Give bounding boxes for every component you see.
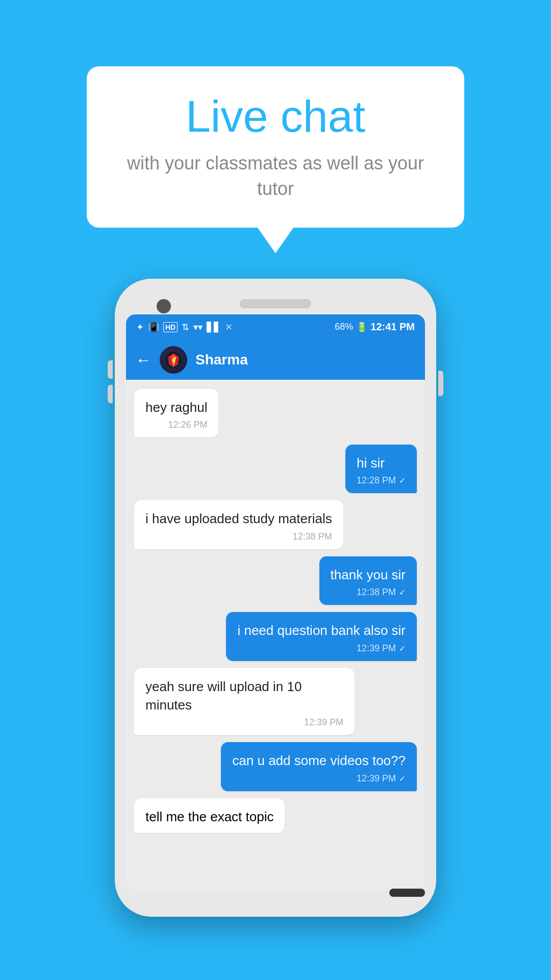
back-button[interactable]: ←	[135, 352, 152, 368]
message-text: yeah sure will upload in 10 minutes	[145, 677, 343, 715]
message-received-6: yeah sure will upload in 10 minutes 12:3…	[134, 668, 355, 736]
message-text: i need question bank also sir	[237, 621, 406, 640]
speech-bubble-card: Live chat with your classmates as well a…	[87, 66, 464, 228]
bluetooth-icon: ✦	[136, 322, 144, 333]
message-sent-7: can u add some videos too?? 12:39 PM ✓	[221, 742, 417, 791]
message-meta: 12:38 PM ✓	[331, 587, 406, 598]
chat-area: hey raghul 12:26 PM hi sir 12:28 PM ✓ i …	[126, 380, 425, 890]
message-text: hi sir	[357, 454, 406, 472]
message-received-3: i have uploaded study materials 12:38 PM	[134, 500, 343, 549]
contact-name: Sharma	[195, 352, 248, 368]
status-icons-left: ✦ 📳 HD ⇅ ▾▾ ▋▋ ✕	[136, 322, 233, 333]
svg-text:S: S	[171, 357, 175, 364]
message-meta: 12:39 PM	[145, 717, 343, 728]
phone-mockup: ✦ 📳 HD ⇅ ▾▾ ▋▋ ✕ 68% 🔋 12:41 PM ←	[115, 279, 436, 917]
message-meta: 12:28 PM ✓	[357, 475, 406, 486]
check-icon: ✓	[399, 774, 406, 783]
message-text: tell me the exact topic	[145, 807, 273, 826]
message-text: thank you sir	[331, 566, 406, 584]
status-icons-right: 68% 🔋 12:41 PM	[335, 321, 415, 333]
bubble-subtitle: with your classmates as well as your tut…	[117, 151, 434, 202]
phone-camera	[157, 299, 171, 313]
check-icon: ✓	[399, 476, 406, 485]
message-text: i have uploaded study materials	[145, 509, 332, 528]
power-button	[438, 371, 443, 396]
phone-home-button[interactable]	[389, 889, 425, 897]
message-time: 12:28 PM	[357, 475, 396, 486]
vibrate-icon: 📳	[148, 322, 159, 333]
status-bar: ✦ 📳 HD ⇅ ▾▾ ▋▋ ✕ 68% 🔋 12:41 PM	[126, 314, 425, 340]
phone-speaker	[240, 299, 311, 308]
phone-screen: ✦ 📳 HD ⇅ ▾▾ ▋▋ ✕ 68% 🔋 12:41 PM ←	[126, 314, 425, 890]
message-text: can u add some videos too??	[232, 751, 406, 770]
avatar: S	[160, 346, 187, 374]
volume-down-button	[108, 385, 113, 403]
check-icon: ✓	[399, 587, 406, 597]
message-meta: 12:26 PM	[145, 420, 207, 430]
message-time: 12:38 PM	[293, 531, 332, 542]
hd-icon: HD	[163, 322, 178, 332]
phone-top	[126, 290, 425, 314]
message-time: 12:26 PM	[168, 420, 207, 430]
message-time: 12:39 PM	[357, 643, 396, 654]
message-sent-2: hi sir 12:28 PM ✓	[345, 445, 417, 493]
message-received-8-partial: tell me the exact topic	[134, 798, 285, 833]
volume-up-button	[108, 360, 113, 379]
message-sent-5: i need question bank also sir 12:39 PM ✓	[226, 612, 417, 660]
wifi-icon: ▾▾	[193, 322, 203, 333]
superman-shield-icon: S	[164, 351, 183, 369]
phone-bottom	[126, 890, 425, 905]
signal-icon: ▋▋	[207, 322, 221, 333]
bubble-title: Live chat	[117, 92, 434, 141]
message-time: 12:39 PM	[304, 717, 343, 728]
status-time: 12:41 PM	[370, 321, 415, 333]
app-bar: ← S Sharma	[126, 340, 425, 380]
message-time: 12:38 PM	[357, 587, 396, 598]
check-icon: ✓	[399, 644, 406, 653]
message-received-1: hey raghul 12:26 PM	[134, 389, 218, 437]
message-time: 12:39 PM	[357, 773, 396, 784]
message-meta: 12:39 PM ✓	[237, 643, 406, 654]
phone-outer: ✦ 📳 HD ⇅ ▾▾ ▋▋ ✕ 68% 🔋 12:41 PM ←	[115, 279, 436, 917]
message-meta: 12:39 PM ✓	[232, 773, 406, 784]
message-meta: 12:38 PM	[145, 531, 332, 542]
data-icon: ⇅	[182, 322, 189, 333]
message-sent-4: thank you sir 12:38 PM ✓	[319, 556, 417, 605]
battery-icon: 🔋	[356, 322, 367, 333]
battery-percent: 68%	[335, 322, 353, 332]
message-text: hey raghul	[145, 398, 207, 416]
x-icon: ✕	[225, 322, 233, 333]
